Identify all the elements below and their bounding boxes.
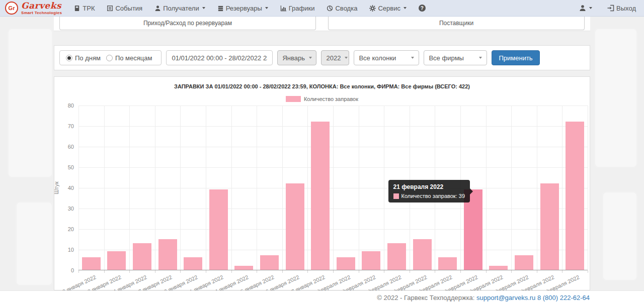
gridline <box>206 106 206 270</box>
logout-button[interactable]: Выход <box>607 5 636 12</box>
y-tick-label: 70 <box>68 123 74 129</box>
main-content: Приход/Расход по резервуарам Поставщики … <box>54 17 590 290</box>
x-tick-mark <box>155 270 155 273</box>
bar[interactable] <box>362 251 380 270</box>
gridline <box>307 106 308 270</box>
radio-by-months-label[interactable]: По месяцам <box>115 54 152 62</box>
user-icon <box>579 5 586 12</box>
user-menu[interactable] <box>579 5 592 12</box>
firms-select[interactable]: Все фирмы <box>424 50 487 65</box>
gridline <box>333 106 334 270</box>
nav-item-events[interactable]: События <box>107 5 142 12</box>
x-tick-mark <box>435 270 435 273</box>
nav-item-reservoirs[interactable]: Резервуары <box>217 5 268 12</box>
plot-area: Штук 0102030405060708012 января 202213 я… <box>78 106 588 270</box>
bar[interactable] <box>311 122 330 270</box>
gridline <box>282 106 283 270</box>
month-select[interactable]: Январь <box>277 50 316 65</box>
support-email-link[interactable]: support@garveks.ru <box>476 294 535 301</box>
bar[interactable] <box>133 243 151 270</box>
bar[interactable] <box>515 255 533 270</box>
bar[interactable] <box>107 251 126 270</box>
report-tabs: Приход/Расход по резервуарам Поставщики <box>54 17 590 31</box>
nav-item-recipients[interactable]: Получатели <box>154 5 205 12</box>
nav-right: Выход <box>579 5 636 12</box>
y-tick-label: 60 <box>68 144 74 150</box>
brand-name: Garveks <box>21 2 62 10</box>
year-select[interactable]: 2022 <box>321 50 349 65</box>
filter-toolbar: По дням По месяцам Январь 2022 Все колон… <box>54 45 590 70</box>
bar[interactable] <box>387 243 406 270</box>
exit-icon <box>607 5 614 12</box>
y-tick-label: 20 <box>68 226 74 232</box>
tooltip-value: Количество заправок: 39 <box>401 193 465 199</box>
y-tick-label: 50 <box>68 164 74 170</box>
radio-by-days-label[interactable]: По дням <box>75 54 101 62</box>
chart-tooltip: 21 февраля 2022 Количество заправок: 39 <box>388 180 470 202</box>
background-watermark <box>7 28 53 178</box>
help-icon[interactable]: ? <box>419 5 426 12</box>
gridline <box>257 106 257 270</box>
columns-select[interactable]: Все колонки <box>354 50 419 65</box>
bar[interactable] <box>82 257 101 270</box>
gridline <box>180 106 181 270</box>
nav-item-service[interactable]: Сервис <box>369 5 407 12</box>
fuel-dispenser-icon <box>74 5 80 12</box>
chevron-down-icon <box>479 57 482 59</box>
period-mode-group: По дням По месяцам <box>59 50 162 65</box>
apply-button[interactable]: Применить <box>492 50 539 65</box>
bar[interactable] <box>209 189 228 270</box>
x-tick-mark <box>410 270 410 273</box>
date-range-input[interactable] <box>166 50 273 65</box>
tab-tank-inflow-outflow[interactable]: Приход/Расход по резервуарам <box>59 17 316 30</box>
chevron-down-icon <box>411 57 414 59</box>
gridline <box>562 106 562 270</box>
brand-logo[interactable]: Gr Garveks Smart Technologies <box>5 2 62 15</box>
x-tick-mark <box>486 270 487 273</box>
gridline <box>104 106 105 270</box>
bar[interactable] <box>234 266 253 270</box>
bar[interactable] <box>438 257 457 270</box>
x-tick-mark <box>206 270 206 273</box>
nav-item-trk[interactable]: ТРК <box>74 5 95 12</box>
background-watermark <box>602 191 638 281</box>
bar[interactable] <box>566 122 584 270</box>
tooltip-title: 21 февраля 2022 <box>393 183 465 190</box>
bar[interactable] <box>489 266 508 270</box>
bar[interactable] <box>158 239 177 270</box>
chevron-down-icon <box>202 7 205 9</box>
footer-copyright: © 2022 - Гарвекс Техподдержка: <box>377 294 476 301</box>
radio-by-months[interactable] <box>106 55 113 61</box>
bar[interactable] <box>413 239 432 270</box>
chevron-down-icon <box>345 57 348 59</box>
bar[interactable] <box>337 257 355 270</box>
bar[interactable] <box>184 257 202 270</box>
x-tick-mark <box>129 270 130 273</box>
nav-menu: ТРК События Получатели Резервуары График… <box>74 5 426 12</box>
chevron-down-icon <box>309 57 312 59</box>
chart-title: ЗАПРАВКИ ЗА 01/01/2022 00:00 - 28/02/202… <box>54 77 590 89</box>
bar[interactable] <box>540 183 559 270</box>
brand-circle-icon: Gr <box>5 2 18 15</box>
y-axis-title: Штук <box>53 181 59 194</box>
brand-tagline: Smart Technologies <box>21 11 62 15</box>
bar[interactable] <box>286 183 304 270</box>
x-tick-mark <box>78 270 79 273</box>
bar[interactable] <box>260 255 279 270</box>
events-list-icon <box>107 5 113 12</box>
footer: © 2022 - Гарвекс Техподдержка: support@g… <box>0 290 644 305</box>
pie-chart-icon <box>327 5 333 12</box>
radio-by-days[interactable] <box>66 55 72 61</box>
gridline <box>486 106 487 270</box>
gridline <box>359 106 359 270</box>
tank-layers-icon <box>217 5 224 12</box>
person-icon <box>154 5 161 12</box>
nav-item-charts[interactable]: Графики <box>280 5 315 12</box>
x-tick-mark <box>307 270 308 273</box>
chart-legend[interactable]: Количество заправок <box>54 96 590 102</box>
support-phone: 8 (800) 222-62-64 <box>535 294 590 301</box>
nav-item-summary[interactable]: Сводка <box>327 5 357 12</box>
y-tick-label: 80 <box>68 103 74 109</box>
y-tick-label: 10 <box>68 247 74 253</box>
tab-suppliers[interactable]: Поставщики <box>328 17 585 30</box>
